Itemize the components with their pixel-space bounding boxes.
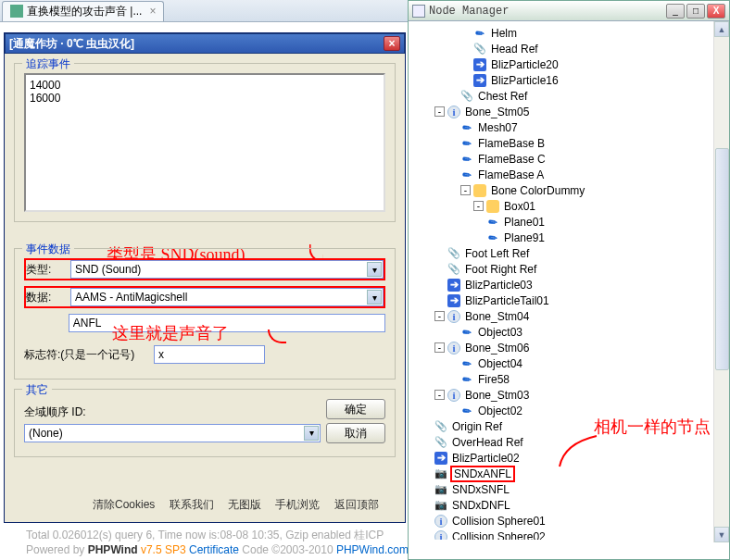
footer-link[interactable]: 返回顶部 [334, 498, 379, 511]
expand-toggle[interactable]: - [434, 311, 445, 321]
info-icon: i [434, 515, 447, 528]
track-events-group: 追踪事件 14000 16000 [14, 63, 396, 222]
arrow-icon: ➔ [434, 452, 447, 465]
cancel-button[interactable]: 取消 [326, 423, 385, 443]
footer-link[interactable]: 手机浏览 [275, 498, 320, 511]
mesh-icon: ✎ [458, 370, 476, 389]
anfl-input[interactable] [69, 314, 385, 332]
type-combo[interactable]: SND (Sound) ▾ [70, 260, 384, 279]
tree-node[interactable]: ➔BlizParticle20 [409, 56, 729, 72]
tree-node[interactable]: ✎Fire58 [409, 371, 729, 387]
flag-input[interactable] [154, 345, 265, 364]
window-close-button[interactable]: X [707, 4, 725, 19]
close-button[interactable]: × [384, 36, 400, 51]
tree-node[interactable]: -iBone_Stm04 [409, 308, 729, 324]
tree-node[interactable]: -Box01 [409, 198, 729, 214]
node-label: Bone_Stm03 [463, 389, 531, 402]
footer-link[interactable]: 联系我们 [170, 498, 214, 511]
tree-node[interactable]: ✎Object03 [409, 324, 729, 340]
tree-node[interactable]: -iBone_Stm06 [409, 340, 729, 355]
globseq-combo[interactable]: (None) ▾ [24, 424, 321, 442]
clip-icon: 📎 [434, 420, 447, 433]
vertical-scrollbar[interactable]: ▲ ▼ [713, 21, 729, 542]
globseq-label: 全域顺序 ID: [24, 404, 326, 420]
node-label: Bone_Stm04 [463, 310, 531, 323]
ok-button[interactable]: 确定 [326, 399, 385, 419]
arrow-icon: ➔ [447, 279, 460, 292]
event-item[interactable]: 16000 [30, 92, 380, 105]
tree-node[interactable]: ✎FlameBase A [409, 167, 729, 182]
tree-node[interactable]: 📎Head Ref [409, 41, 729, 56]
node-label: Bone_Stm05 [463, 106, 531, 118]
arrow-icon: ➔ [473, 58, 486, 71]
node-label: Chest Ref [476, 90, 529, 103]
node-label: SNDxSNFL [450, 483, 511, 496]
dropdown-arrow-icon[interactable]: ▾ [304, 426, 319, 441]
tree-node[interactable]: ✎Plane91 [409, 230, 729, 245]
other-label: 其它 [22, 382, 52, 398]
expand-toggle[interactable]: - [434, 106, 445, 117]
events-listbox[interactable]: 14000 16000 [24, 73, 385, 212]
footer-line2: Powered by PHPWind v7.5 SP3 Certificate … [26, 543, 409, 556]
node-label: Collision Sphere02 [450, 530, 548, 541]
node-label: Box01 [502, 200, 537, 213]
scroll-down-button[interactable]: ▼ [714, 527, 729, 542]
minimize-button[interactable]: _ [666, 4, 685, 19]
node-label: FlameBase C [476, 153, 548, 166]
track-events-label: 追踪事件 [22, 56, 74, 72]
other-group: 其它 全域顺序 ID: (None) ▾ 确定 取消 [14, 389, 396, 457]
tree-node[interactable]: ➔BlizParticle03 [409, 277, 729, 292]
tree-node[interactable]: iCollision Sphere02 [409, 529, 729, 540]
footer-links: 清除Cookies 联系我们 无图版 手机浏览 返回顶部 [93, 497, 390, 513]
footer-link[interactable]: 无图版 [228, 498, 261, 511]
data-combo[interactable]: AAMS - AntiMagicshell ▾ [70, 288, 384, 306]
tree-node[interactable]: -Bone ColorDummy [409, 182, 729, 198]
node-label: SNDxDNFL [450, 499, 512, 512]
tab-title: 直换模型的攻击声音 |... [27, 4, 142, 19]
tree-node[interactable]: -iBone_Stm03 [409, 387, 729, 403]
footer-link[interactable]: 清除Cookies [93, 498, 155, 511]
mesh-icon: ✎ [458, 323, 476, 342]
tab-close-icon[interactable]: × [149, 5, 156, 18]
event-item[interactable]: 14000 [30, 79, 380, 92]
expand-toggle[interactable]: - [473, 201, 484, 211]
expand-toggle[interactable]: - [434, 342, 445, 353]
event-dialog: [通魔作坊 · 0℃ 虫虫汉化] × 追踪事件 14000 16000 类型是 … [4, 32, 406, 523]
tree-node[interactable]: ✎Object04 [409, 355, 729, 371]
tree-node[interactable]: 📷SNDxSNFL [409, 481, 729, 497]
browser-tab[interactable]: 直换模型的攻击声音 |... × [2, 1, 164, 21]
tree-node[interactable]: ✎Plane01 [409, 214, 729, 230]
expand-toggle[interactable]: - [434, 390, 445, 400]
cam-icon: 📷 [434, 467, 447, 480]
scroll-thumb[interactable] [715, 148, 729, 370]
tab-favicon [10, 5, 23, 18]
tree-node[interactable]: ✎FlameBase C [409, 151, 729, 167]
tree-node[interactable]: ➔BlizParticleTail01 [409, 292, 729, 308]
node-label: Plane91 [502, 231, 547, 244]
tree-node[interactable]: ✎FlameBase B [409, 135, 729, 151]
tree-node[interactable]: ➔BlizParticle16 [409, 72, 729, 88]
tree-node[interactable]: 📎Foot Left Ref [409, 245, 729, 261]
dropdown-arrow-icon[interactable]: ▾ [367, 262, 382, 277]
mesh-icon: ✎ [458, 166, 476, 184]
dropdown-arrow-icon[interactable]: ▾ [367, 290, 382, 305]
event-data-label: 事件数据 [22, 242, 74, 257]
expand-toggle[interactable]: - [460, 185, 471, 195]
clip-icon: 📎 [473, 43, 486, 56]
tree-node[interactable]: ✎Mesh07 [409, 119, 729, 135]
footer-line1: Total 0.026012(s) query 6, Time now is:0… [26, 528, 409, 543]
annotation-camera: 相机一样的节点 [594, 416, 711, 438]
maximize-button[interactable]: □ [686, 4, 705, 19]
tree-node[interactable]: 📎Chest Ref [409, 88, 729, 104]
tree-node[interactable]: -iBone_Stm05 [409, 104, 729, 119]
node-label: Origin Ref [450, 420, 504, 433]
tree-node[interactable]: ✎Helm [409, 25, 729, 41]
node-label: Mesh07 [476, 121, 520, 134]
tree-node[interactable]: 📎Foot Right Ref [409, 261, 729, 277]
node-label: Bone_Stm06 [463, 342, 531, 355]
scroll-up-button[interactable]: ▲ [714, 21, 729, 37]
data-row: 数据: AAMS - AntiMagicshell ▾ [24, 286, 385, 308]
tree-node[interactable]: 📷SNDxDNFL [409, 497, 729, 513]
type-row: 类型: SND (Sound) ▾ [24, 258, 385, 280]
tree-node[interactable]: iCollision Sphere01 [409, 513, 729, 529]
